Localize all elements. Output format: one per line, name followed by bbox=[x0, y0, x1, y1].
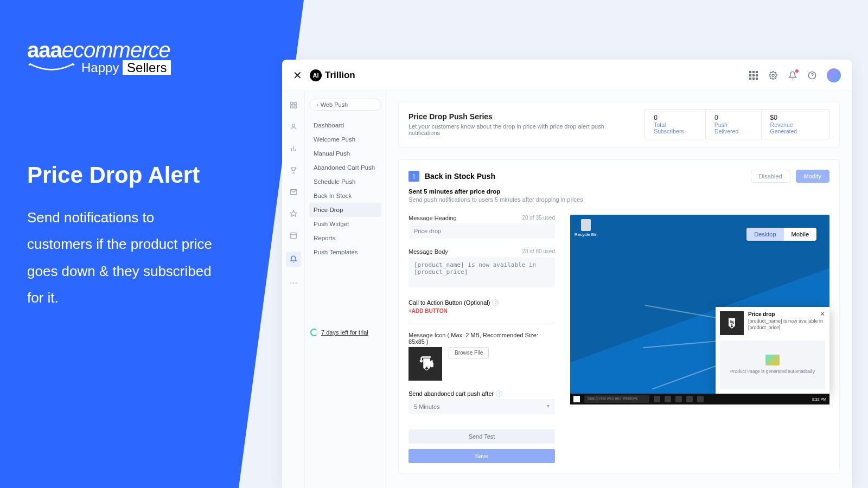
add-button[interactable]: +ADD BUTTON bbox=[409, 308, 555, 314]
taskbar-icon bbox=[665, 396, 671, 402]
rail-bell-icon[interactable] bbox=[286, 252, 301, 267]
page-subtitle: Let your customers know about the drop i… bbox=[409, 123, 634, 136]
cta-label: Call to Action Button (Optional) bbox=[409, 299, 490, 306]
page-title: Price Drop Push Series bbox=[409, 112, 634, 121]
svg-rect-13 bbox=[290, 233, 296, 239]
notif-body: [product_name] is now available in [prod… bbox=[748, 318, 825, 331]
taskbar-icon bbox=[675, 396, 682, 402]
logo-aaa: aaa bbox=[27, 38, 62, 62]
promo-panel: aaaecommerce Happy Sellers Price Drop Al… bbox=[0, 0, 304, 488]
sidebar-item-dashboard[interactable]: Dashboard bbox=[309, 118, 381, 132]
app-window: ✕ Ai Trillion ⋯ ‹Web Push DashboardWel bbox=[282, 60, 852, 488]
bell-icon[interactable] bbox=[788, 70, 797, 80]
brand-badge: Ai bbox=[310, 69, 322, 81]
sidebar-item-welcome-push[interactable]: Welcome Push bbox=[309, 132, 381, 146]
back-button[interactable]: ‹Web Push bbox=[309, 99, 381, 111]
close-icon[interactable]: ✕ bbox=[293, 69, 302, 82]
rail-mail-icon[interactable] bbox=[288, 187, 299, 197]
header-card: Price Drop Push Series Let your customer… bbox=[398, 101, 840, 147]
svg-rect-6 bbox=[290, 106, 292, 108]
delay-label: Send abandoned cart push after bbox=[409, 390, 494, 397]
preview-column: Recycle Bin Desktop Mobile bbox=[570, 215, 829, 463]
heading-counter: 20 of 35 used bbox=[522, 215, 555, 221]
promo-title: Price Drop Alert bbox=[27, 162, 277, 188]
icon-label: Message Icon ( Max: 2 MB, Recommended Si… bbox=[409, 332, 555, 345]
browse-button[interactable]: Browse File bbox=[449, 347, 489, 358]
help-icon[interactable]: ? bbox=[492, 299, 499, 306]
notif-icon: % bbox=[720, 311, 744, 335]
smile-icon: Happy Sellers bbox=[27, 58, 277, 75]
image-placeholder-icon bbox=[765, 355, 780, 365]
rail-dashboard-icon[interactable] bbox=[288, 100, 299, 111]
rail-more-icon[interactable]: ⋯ bbox=[288, 278, 299, 288]
chevron-left-icon: ‹ bbox=[316, 101, 318, 108]
form-column: Message Heading20 of 35 used Message Bod… bbox=[409, 215, 555, 463]
logo-happy: Happy bbox=[81, 60, 123, 75]
back-label: Web Push bbox=[321, 101, 348, 108]
apps-grid-icon[interactable] bbox=[749, 70, 758, 80]
rail-trophy-icon[interactable] bbox=[288, 165, 299, 176]
sidebar-item-push-widget[interactable]: Push Widget bbox=[309, 217, 381, 231]
delay-select[interactable] bbox=[409, 399, 555, 414]
logo-sellers-badge: Sellers bbox=[123, 60, 171, 75]
logo-ecommerce: ecommerce bbox=[62, 38, 170, 62]
windows-icon bbox=[573, 396, 580, 402]
editor-title: Back in Stock Push bbox=[425, 172, 495, 181]
sidebar-item-schedule-push[interactable]: Schedule Push bbox=[309, 175, 381, 189]
svg-text:%: % bbox=[730, 319, 735, 325]
app-topbar: ✕ Ai Trillion bbox=[282, 60, 852, 91]
rail-calendar-icon[interactable] bbox=[288, 230, 299, 241]
modify-button[interactable]: Modify bbox=[796, 170, 829, 183]
recycle-bin-icon: Recycle Bin bbox=[575, 219, 597, 237]
notif-close-icon[interactable]: ✕ bbox=[820, 310, 825, 318]
taskbar-time: 9:32 PM bbox=[812, 397, 826, 401]
editor-card: 1 Back in Stock Push Disabled Modify Sen… bbox=[398, 159, 840, 473]
body-label: Message Body bbox=[409, 248, 448, 255]
trial-text: 7 days left for trial bbox=[321, 329, 368, 336]
sidebar-item-back-in-stock[interactable]: Back In Stock bbox=[309, 189, 381, 203]
content: Price Drop Push Series Let your customer… bbox=[386, 91, 852, 488]
promo-logo: aaaecommerce Happy Sellers bbox=[27, 38, 277, 75]
brand: Ai Trillion bbox=[310, 69, 355, 81]
svg-point-7 bbox=[292, 124, 295, 127]
sidebar-item-manual-push[interactable]: Manual Push bbox=[309, 146, 381, 160]
gear-icon[interactable] bbox=[768, 70, 778, 80]
editor-sub2: Send push notifications to users 5 minut… bbox=[409, 196, 829, 203]
taskbar-icon bbox=[686, 396, 693, 402]
notification-preview: ✕ % Price drop [product_name] is now ava… bbox=[716, 307, 829, 394]
taskbar-icon bbox=[654, 396, 660, 402]
svg-rect-3 bbox=[290, 102, 292, 105]
help-icon[interactable]: ? bbox=[496, 390, 502, 397]
trial-notice[interactable]: 7 days left for trial bbox=[310, 329, 368, 336]
avatar[interactable] bbox=[827, 68, 841, 82]
heading-input[interactable] bbox=[409, 223, 555, 239]
subnav: ‹Web Push DashboardWelcome PushManual Pu… bbox=[305, 91, 386, 488]
trial-ring-icon bbox=[310, 329, 318, 336]
taskbar-icon bbox=[697, 396, 704, 402]
send-test-button[interactable]: Send Test bbox=[409, 429, 555, 444]
promo-body: Send notifications to customers if the p… bbox=[27, 204, 222, 312]
rail-star-icon[interactable] bbox=[288, 208, 299, 219]
svg-rect-5 bbox=[294, 106, 296, 108]
help-icon[interactable] bbox=[807, 70, 817, 80]
view-toggle: Desktop Mobile bbox=[746, 228, 816, 241]
brand-name: Trillion bbox=[325, 70, 355, 81]
body-input[interactable] bbox=[409, 257, 555, 287]
tab-mobile[interactable]: Mobile bbox=[784, 228, 816, 241]
rail-user-icon[interactable] bbox=[288, 121, 299, 132]
editor-sub1: Sent 5 minutes after price drop bbox=[409, 188, 829, 195]
sidebar-item-reports[interactable]: Reports bbox=[309, 231, 381, 245]
sidebar-item-abandoned-cart-push[interactable]: Abandoned Cart Push bbox=[309, 160, 381, 175]
stat-card: 0Total Subscribers bbox=[644, 109, 706, 139]
tab-desktop[interactable]: Desktop bbox=[746, 228, 783, 241]
sidebar-item-price-drop[interactable]: Price Drop bbox=[309, 203, 381, 217]
icon-preview: %% bbox=[409, 347, 442, 381]
body-counter: 28 of 80 used bbox=[522, 248, 555, 255]
save-button[interactable]: Save bbox=[409, 449, 555, 463]
sidebar-item-push-templates[interactable]: Push Templates bbox=[309, 245, 381, 259]
rail-analytics-icon[interactable] bbox=[288, 143, 299, 154]
disabled-button[interactable]: Disabled bbox=[751, 170, 790, 183]
notif-title: Price drop bbox=[748, 311, 825, 317]
icon-rail: ⋯ bbox=[282, 91, 305, 488]
stat-card: $0Revenue Generated bbox=[762, 109, 829, 139]
